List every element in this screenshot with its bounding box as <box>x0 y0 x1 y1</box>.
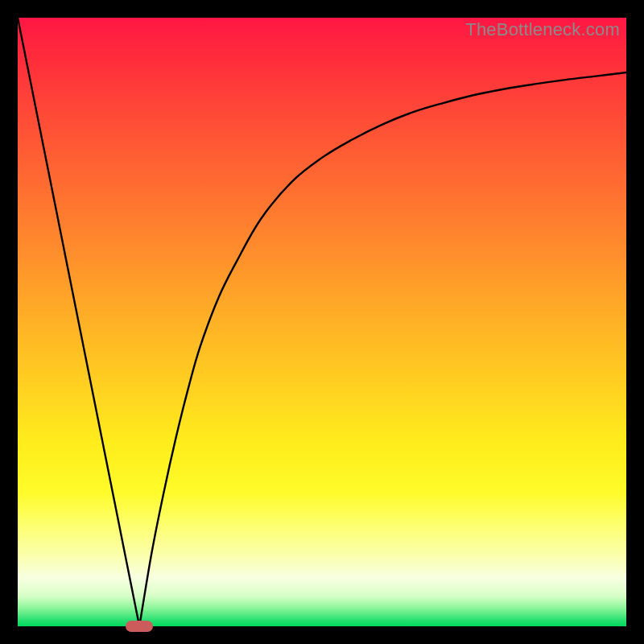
optimal-marker <box>126 621 153 632</box>
chart-frame: TheBottleneck.com <box>0 0 644 644</box>
right-branch-curve <box>139 72 626 626</box>
left-branch-curve <box>18 18 139 626</box>
plot-area: TheBottleneck.com <box>18 18 626 626</box>
curve-layer <box>18 18 626 626</box>
